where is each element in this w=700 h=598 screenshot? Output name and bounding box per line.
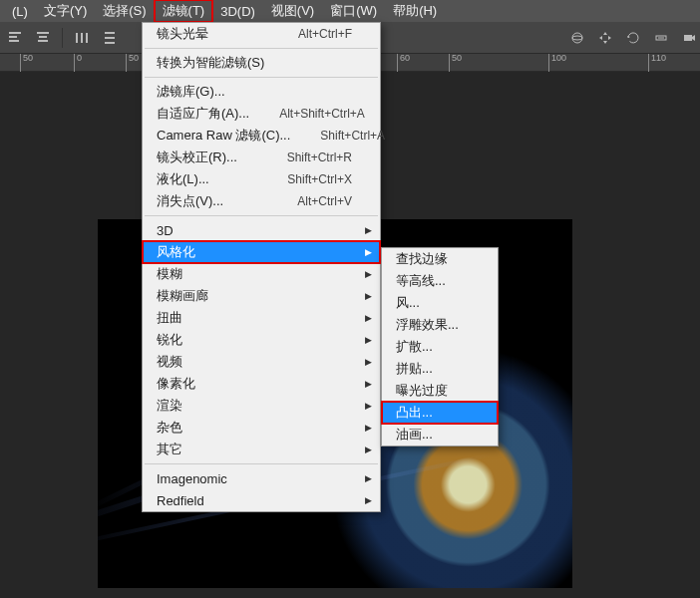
svg-point-13 [572, 36, 582, 40]
align-left-icon[interactable] [4, 27, 26, 49]
menu-item-label: 滤镜库(G)... [157, 83, 322, 101]
filter-other[interactable]: 其它▶ [143, 439, 380, 460]
filter-gallery[interactable]: 滤镜库(G)... [143, 81, 380, 103]
filter-distort[interactable]: 扭曲▶ [143, 307, 380, 329]
align-center-icon[interactable] [32, 27, 54, 49]
svg-rect-4 [39, 36, 47, 38]
menu-item-label: 锐化 [157, 331, 352, 349]
menu-item-label: Imagenomic [157, 471, 352, 486]
menu-item-label: 液化(L)... [157, 170, 257, 188]
submenu-arrow-icon: ▶ [365, 225, 372, 235]
filter-adaptive-wide[interactable]: 自适应广角(A)...Alt+Shift+Ctrl+A [143, 103, 380, 125]
stylize-emboss[interactable]: 浮雕效果... [382, 314, 498, 336]
menu-item-label: 扩散... [396, 338, 470, 356]
menu-window[interactable]: 窗口(W) [322, 0, 385, 22]
filter-convert-smart[interactable]: 转换为智能滤镜(S) [143, 52, 380, 74]
filter-noise[interactable]: 杂色▶ [143, 417, 380, 439]
3d-roll-icon[interactable] [622, 27, 644, 49]
menu-item-label: 渲染 [157, 397, 352, 415]
menu-view[interactable]: 视图(V) [263, 0, 322, 22]
menu-help[interactable]: 帮助(H) [385, 0, 445, 22]
menubar: (L) 文字(Y) 选择(S) 滤镜(T) 3D(D) 视图(V) 窗口(W) … [0, 0, 700, 22]
svg-rect-5 [38, 40, 48, 42]
filter-blur[interactable]: 模糊▶ [143, 263, 380, 285]
menu-item-label: 自适应广角(A)... [157, 105, 249, 123]
ruler-tick: 100 [548, 54, 566, 72]
submenu-arrow-icon: ▶ [365, 445, 372, 454]
svg-rect-2 [9, 40, 19, 42]
menu-separator [145, 77, 378, 78]
menu-separator [145, 48, 378, 49]
filter-imagenomic[interactable]: Imagenomic▶ [143, 467, 380, 489]
filter-lens-correction[interactable]: 镜头校正(R)...Shift+Ctrl+R [143, 147, 380, 168]
filter-vanishing-point[interactable]: 消失点(V)...Alt+Ctrl+V [143, 190, 380, 212]
menu-item-label: 凸出... [396, 404, 470, 422]
mode-icons [566, 27, 700, 49]
3d-pan-icon[interactable] [594, 27, 616, 49]
menu-item-label: 消失点(V)... [157, 192, 267, 210]
svg-rect-10 [105, 37, 115, 39]
menu-item-label: 模糊画廊 [157, 287, 352, 305]
stylize-diffuse[interactable]: 扩散... [382, 336, 498, 358]
ruler-tick: 50 [126, 54, 139, 72]
menu-partial[interactable]: (L) [4, 2, 36, 21]
menu-3d[interactable]: 3D(D) [212, 2, 263, 21]
menu-item-label: 视频 [157, 353, 352, 371]
menu-item-shortcut: Shift+Ctrl+R [287, 150, 352, 164]
stylize-wind[interactable]: 风... [382, 292, 498, 314]
filter-3d[interactable]: 3D▶ [143, 219, 380, 241]
filter-liquify[interactable]: 液化(L)...Shift+Ctrl+X [143, 168, 380, 190]
filter-dropdown: 镜头光晕 Alt+Ctrl+F 转换为智能滤镜(S) 滤镜库(G)... 自适应… [142, 22, 381, 512]
filter-camera-raw[interactable]: Camera Raw 滤镜(C)...Shift+Ctrl+A [143, 125, 380, 147]
svg-rect-0 [9, 32, 21, 34]
submenu-arrow-icon: ▶ [365, 313, 372, 323]
menu-item-label: 风格化 [157, 243, 352, 261]
menu-item-shortcut: Alt+Ctrl+F [298, 27, 352, 41]
menu-item-shortcut: Shift+Ctrl+A [320, 129, 385, 143]
filter-redfield[interactable]: Redfield▶ [143, 489, 380, 511]
menu-item-label: Camera Raw 滤镜(C)... [157, 127, 290, 145]
stylize-tiles[interactable]: 拼贴... [382, 358, 498, 380]
submenu-arrow-icon: ▶ [365, 495, 372, 505]
ruler-tick: 60 [397, 54, 410, 72]
ruler-tick: 110 [648, 54, 666, 72]
filter-sharpen[interactable]: 锐化▶ [143, 329, 380, 351]
filter-render[interactable]: 渲染▶ [143, 395, 380, 417]
filter-blur-gallery[interactable]: 模糊画廊▶ [143, 285, 380, 307]
stylize-trace-contour[interactable]: 等高线... [382, 270, 498, 292]
stylize-find-edges[interactable]: 查找边缘 [382, 248, 498, 270]
submenu-arrow-icon: ▶ [365, 247, 372, 257]
menu-select[interactable]: 选择(S) [95, 0, 154, 22]
svg-rect-3 [37, 32, 49, 34]
3d-slide-icon[interactable] [650, 27, 672, 49]
filter-video[interactable]: 视频▶ [143, 351, 380, 373]
menu-item-label: 查找边缘 [396, 250, 470, 268]
filter-pixelate[interactable]: 像素化▶ [143, 373, 380, 395]
submenu-arrow-icon: ▶ [365, 379, 372, 389]
menu-item-label: 镜头校正(R)... [157, 149, 257, 166]
stylize-solarize[interactable]: 曝光过度 [382, 380, 498, 402]
distribute-h-icon[interactable] [71, 27, 93, 49]
svg-point-12 [572, 33, 582, 43]
submenu-arrow-icon: ▶ [365, 473, 372, 483]
svg-rect-15 [684, 35, 692, 41]
ruler-tick: 50 [20, 54, 33, 72]
stylize-extrude[interactable]: 凸出... [382, 402, 498, 424]
menu-item-label: 像素化 [157, 375, 352, 393]
menu-item-label: 镜头光晕 [157, 25, 268, 43]
svg-rect-7 [81, 33, 83, 43]
3d-orbit-icon[interactable] [566, 27, 588, 49]
menu-item-label: 其它 [157, 441, 352, 458]
distribute-v-icon[interactable] [99, 27, 121, 49]
menu-item-label: Redfield [157, 493, 352, 508]
menu-item-label: 油画... [396, 426, 470, 444]
menu-filter[interactable]: 滤镜(T) [155, 0, 213, 22]
menu-text[interactable]: 文字(Y) [36, 0, 95, 22]
menu-item-label: 3D [157, 223, 352, 238]
stylize-oil-paint[interactable]: 油画... [382, 424, 498, 446]
filter-stylize[interactable]: 风格化▶ [143, 241, 380, 263]
menu-item-shortcut: Shift+Ctrl+X [287, 172, 352, 186]
3d-camera-icon[interactable] [678, 27, 700, 49]
filter-last[interactable]: 镜头光晕 Alt+Ctrl+F [143, 23, 380, 45]
menu-item-label: 等高线... [396, 272, 470, 290]
